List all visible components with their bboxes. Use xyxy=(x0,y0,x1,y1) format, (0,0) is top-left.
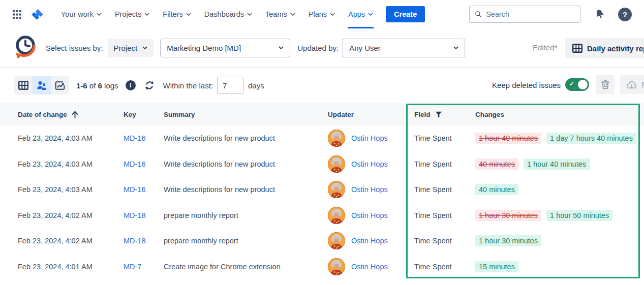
header-field[interactable]: Field xyxy=(414,110,475,118)
updated-by-label: Updated by: xyxy=(297,44,339,52)
nav-item-teams[interactable]: Teams xyxy=(259,0,302,28)
cell-summary: Write descriptions for new product xyxy=(164,134,328,142)
avatar xyxy=(328,258,345,275)
daily-activity-report-button[interactable]: Daily activity report xyxy=(565,38,644,58)
nav-item-your-work[interactable]: Your work xyxy=(54,0,108,28)
app-switcher-icon[interactable] xyxy=(13,10,21,19)
nav-item-filters[interactable]: Filters xyxy=(156,0,197,28)
header-summary[interactable]: Summary xyxy=(164,111,328,118)
help-icon[interactable]: ? xyxy=(618,8,632,21)
nav-item-label: Plans xyxy=(309,10,327,18)
select-issues-by-label: Select issues by: xyxy=(46,44,103,52)
cell-summary: Write descriptions for new product xyxy=(164,160,328,168)
header-label: Date of change xyxy=(18,111,67,118)
jira-logo-icon[interactable] xyxy=(30,8,44,21)
issue-source-select[interactable]: Project xyxy=(108,39,154,57)
toolbar: 1-6 of 6 logs i Within the last: days Ke… xyxy=(0,68,644,103)
nav-item-dashboards[interactable]: Dashboards xyxy=(198,0,259,28)
cell-field: Time Spent xyxy=(414,160,475,168)
project-select[interactable]: Marketing Demo [MD] xyxy=(160,39,290,57)
search-input[interactable] xyxy=(486,10,575,18)
cell-summary: prepare monthly report xyxy=(164,211,328,219)
issue-key-link[interactable]: MD-18 xyxy=(124,237,146,245)
people-view-button[interactable] xyxy=(33,76,51,94)
cell-date: Feb 23, 2024, 4:03 AM xyxy=(18,134,124,142)
cell-updater: Ostin Hops xyxy=(328,232,414,249)
days-input[interactable] xyxy=(217,77,243,94)
nav-item-projects[interactable]: Projects xyxy=(108,0,156,28)
cell-key: MD-7 xyxy=(124,263,164,271)
search-icon xyxy=(475,10,482,18)
cell-changes: 1 hour 30 minutes 1 hour 50 minutes xyxy=(475,210,644,221)
header-label: Summary xyxy=(164,111,195,118)
issue-key-link[interactable]: MD-7 xyxy=(124,263,141,271)
table-view-icon xyxy=(18,81,28,90)
table-body: Feb 23, 2024, 4:03 AM MD-16 Write descri… xyxy=(0,125,644,279)
chevron-down-icon xyxy=(247,13,252,16)
updater-name-link[interactable]: Ostin Hops xyxy=(351,263,388,271)
cell-key: MD-16 xyxy=(124,134,164,142)
cell-summary: Write descriptions for new product xyxy=(164,185,328,194)
issue-key-link[interactable]: MD-16 xyxy=(124,185,146,194)
issue-key-link[interactable]: MD-18 xyxy=(124,211,146,219)
chevron-down-icon xyxy=(290,13,295,16)
chart-view-button[interactable] xyxy=(51,76,69,94)
nav-item-apps[interactable]: Apps xyxy=(342,0,380,28)
header-changes[interactable]: Changes xyxy=(475,111,644,118)
keep-deleted-toggle[interactable]: ✓ xyxy=(565,78,589,91)
export-button-label: Export xyxy=(641,80,644,89)
nav-item-label: Apps xyxy=(348,10,365,18)
cell-field: Time Spent xyxy=(414,134,475,142)
header-label: Updater xyxy=(328,111,354,118)
notifications-bell-icon[interactable] xyxy=(594,8,606,20)
cell-summary: Create image for Chrome extension xyxy=(164,263,328,271)
issue-key-link[interactable]: MD-16 xyxy=(124,160,146,168)
new-value-chip: 1 hour 40 minutes xyxy=(524,159,590,170)
issue-key-link[interactable]: MD-16 xyxy=(124,134,146,142)
chevron-down-icon xyxy=(142,46,147,49)
table-header: Date of change Key Summary Updater Field… xyxy=(0,103,644,125)
refresh-icon[interactable] xyxy=(144,80,155,91)
cell-changes: 15 minutes xyxy=(475,261,644,272)
table-row[interactable]: Feb 23, 2024, 4:01 AM MD-7 Create image … xyxy=(0,254,644,280)
cell-date: Feb 23, 2024, 4:02 AM xyxy=(18,211,124,219)
cell-key: MD-18 xyxy=(124,237,164,245)
chevron-down-icon xyxy=(279,46,284,49)
updater-name-link[interactable]: Ostin Hops xyxy=(351,237,388,245)
avatar xyxy=(328,232,345,249)
table-row[interactable]: Feb 23, 2024, 4:03 AM MD-16 Write descri… xyxy=(0,177,644,203)
nav-item-plans[interactable]: Plans xyxy=(302,0,342,28)
filter-funnel-icon[interactable] xyxy=(435,110,443,118)
logs-total: 6 xyxy=(98,81,102,90)
table-row[interactable]: Feb 23, 2024, 4:03 AM MD-16 Write descri… xyxy=(0,125,644,151)
info-icon[interactable]: i xyxy=(126,80,136,90)
search-box[interactable] xyxy=(469,6,580,23)
export-button[interactable]: Export xyxy=(620,75,644,94)
updater-name-link[interactable]: Ostin Hops xyxy=(351,185,388,194)
trash-button[interactable] xyxy=(596,75,615,94)
cell-date: Feb 23, 2024, 4:03 AM xyxy=(18,160,124,168)
header-key[interactable]: Key xyxy=(124,111,164,118)
table-report-icon xyxy=(572,44,582,53)
cell-summary: prepare monthly report xyxy=(164,237,328,245)
activity-clock-logo-icon xyxy=(13,34,39,62)
old-value-chip: 1 hour 40 minutes xyxy=(475,133,541,144)
filter-bar: Select issues by: Project Marketing Demo… xyxy=(0,28,644,68)
table-row[interactable]: Feb 23, 2024, 4:03 AM MD-16 Write descri… xyxy=(0,151,644,177)
updater-name-link[interactable]: Ostin Hops xyxy=(351,211,388,219)
nav-item-label: Teams xyxy=(265,10,287,18)
days-label: days xyxy=(248,81,264,90)
create-button[interactable]: Create xyxy=(386,6,425,22)
toggle-knob xyxy=(578,80,588,89)
updated-by-select[interactable]: Any User xyxy=(343,39,465,57)
header-date-of-change[interactable]: Date of change xyxy=(18,110,124,119)
within-last-label: Within the last: xyxy=(163,81,213,90)
cell-updater: Ostin Hops xyxy=(328,207,414,224)
table-row[interactable]: Feb 23, 2024, 4:02 AM MD-18 prepare mont… xyxy=(0,228,644,254)
table-row[interactable]: Feb 23, 2024, 4:02 AM MD-18 prepare mont… xyxy=(0,203,644,229)
updater-name-link[interactable]: Ostin Hops xyxy=(351,134,388,142)
header-updater[interactable]: Updater xyxy=(328,111,414,118)
table-view-button[interactable] xyxy=(14,76,33,94)
updater-name-link[interactable]: Ostin Hops xyxy=(351,160,388,168)
logs-unit: logs xyxy=(104,81,118,90)
